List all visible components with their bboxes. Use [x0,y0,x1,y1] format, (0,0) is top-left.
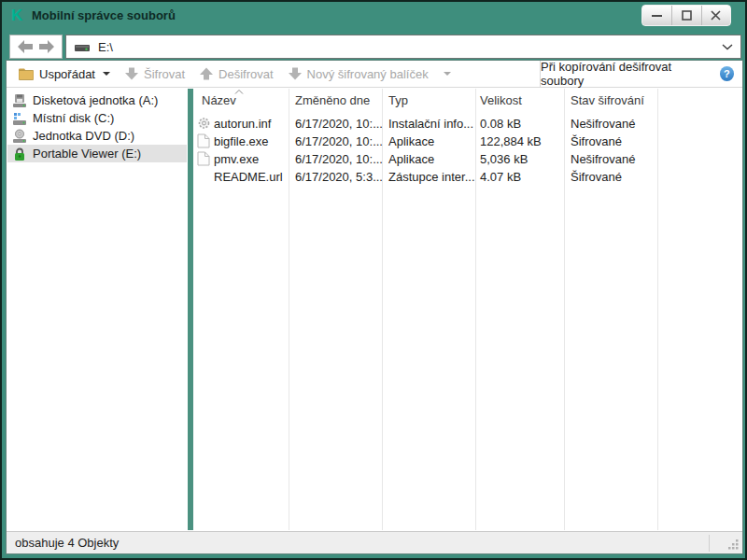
file-icon [197,151,210,166]
drive-label: Jednotka DVD (D:) [33,129,134,143]
close-icon [711,10,721,21]
file-name: bigfile.exe [214,133,269,150]
encrypt-label: Šifrovat [144,67,185,81]
file-type: Aplikace [388,150,434,168]
titlebar[interactable]: K Mobilní správce souborů [2,2,745,30]
copy-decrypt-option-label: Při kopírování dešifrovat soubory [541,60,712,88]
window-title: Mobilní správce souborů [32,8,176,22]
status-text: obsahuje 4 Objekty [7,536,119,550]
new-encrypted-package-label: Nový šifrovaný balíček [307,67,429,81]
arrow-up-icon [200,67,213,80]
arrow-down-icon [289,67,302,80]
file-modified: 6/17/2020, 10:... [295,133,383,150]
file-row[interactable]: autorun.inf 6/17/2020, 10:... Instalační… [193,115,742,133]
back-button[interactable] [18,40,33,53]
main-panel: Uspořádat Šifrovat Dešifrovat [6,60,743,554]
file-list: Název Změněno dne Typ Velikost Stav šifr… [193,89,742,530]
drive-label: Portable Viewer (E:) [33,147,141,161]
status-bar: obsahuje 4 Objekty [7,531,742,553]
organize-label: Uspořádat [39,67,95,81]
drive-label: Disketová jednotka (A:) [33,93,158,107]
file-modified: 6/17/2020, 5:3... [295,168,383,186]
minimize-button[interactable] [642,6,671,25]
sidebar-item-drive-e[interactable]: Portable Viewer (E:) [7,145,187,162]
column-header-modified[interactable]: Změněno dne [295,93,370,107]
minimize-icon [652,10,662,21]
toolbar: Uspořádat Šifrovat Dešifrovat [7,61,742,88]
new-encrypted-package-button[interactable]: Nový šifrovaný balíček [284,63,456,85]
nav-buttons [9,35,63,59]
column-header-status[interactable]: Stav šifrování [571,93,644,107]
file-status: Nešifrované [571,115,635,133]
sidebar-item-drive-d[interactable]: Jednotka DVD (D:) [7,127,187,145]
forward-button[interactable] [39,40,54,53]
resize-grip[interactable] [726,538,740,551]
drive-icon [74,41,91,53]
file-row[interactable]: pmv.exe 6/17/2020, 10:... Aplikace 5,036… [193,150,742,168]
app-window: K Mobilní správce souborů E:\ [0,0,747,560]
file-type: Zástupce inter... [388,168,475,186]
file-modified: 6/17/2020, 10:... [295,115,383,133]
kaspersky-logo-icon: K [11,7,28,25]
file-name: pmv.exe [214,150,259,168]
encrypt-button[interactable]: Šifrovat [120,63,190,85]
window-controls [641,5,731,26]
file-type: Aplikace [388,133,434,150]
toolbar-left: Uspořádat Šifrovat Dešifrovat [7,63,540,85]
file-size: 5,036 kB [480,150,528,168]
hard-drive-icon [12,111,27,126]
file-modified: 6/17/2020, 10:... [295,150,383,168]
gear-file-icon [197,116,211,131]
file-status: Šifrované [571,168,622,186]
address-bar[interactable]: E:\ [65,35,741,59]
file-status: Šifrované [571,133,622,150]
dvd-drive-icon [12,129,27,144]
column-header-type[interactable]: Typ [388,93,408,107]
organize-dropdown-icon [103,72,110,76]
folder-icon [19,68,34,80]
file-row[interactable]: bigfile.exe 6/17/2020, 10:... Aplikace 1… [193,133,742,150]
help-icon[interactable]: ? [720,66,734,81]
file-size: 0.08 kB [480,115,521,133]
file-status: Nešifrované [571,150,635,168]
file-size: 4.07 kB [480,168,521,186]
column-header-size[interactable]: Velikost [480,93,522,107]
sidebar-item-drive-c[interactable]: Místní disk (C:) [7,109,187,127]
file-name: README.url [214,168,283,186]
column-header-name[interactable]: Název [202,93,236,107]
status-divider [709,535,710,552]
file-size: 122,884 kB [480,133,542,150]
sidebar-item-drive-a[interactable]: Disketová jednotka (A:) [7,91,187,109]
file-type: Instalační info... [388,115,473,133]
content-area: Disketová jednotka (A:) Místní disk (C:) [7,89,742,530]
close-button[interactable] [701,6,730,25]
chevron-down-icon[interactable] [722,44,733,50]
floppy-drive-icon [12,93,27,108]
organize-button[interactable]: Uspořádat [14,63,115,85]
drive-sidebar: Disketová jednotka (A:) Místní disk (C:) [7,89,188,530]
maximize-button[interactable] [671,6,700,25]
drive-label: Místní disk (C:) [33,111,114,125]
file-icon [197,133,210,148]
file-name: autorun.inf [214,115,271,133]
toolbar-right: Při kopírování dešifrovat soubory ? [540,61,742,87]
address-text: E:\ [98,40,113,54]
new-package-dropdown-icon [444,72,451,76]
maximize-icon [682,10,692,21]
file-row[interactable]: README.url 6/17/2020, 5:3... Zástupce in… [193,168,742,186]
decrypt-label: Dešifrovat [218,67,274,81]
arrow-down-icon [125,67,138,80]
decrypt-button[interactable]: Dešifrovat [195,63,278,85]
lock-icon [12,147,27,161]
